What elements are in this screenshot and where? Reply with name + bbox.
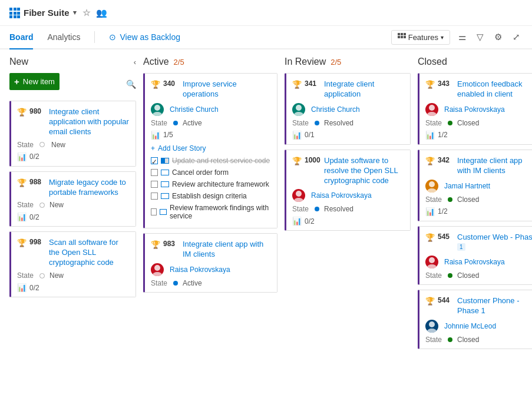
column-count-active: 2/5 — [174, 58, 184, 67]
filter-icon[interactable]: ▽ — [474, 29, 486, 45]
card-983: 🏆 983 Integrate client app with IM clien… — [143, 233, 277, 293]
card-343-header: 🏆 343 Emoticon feedback enabled in clien… — [425, 79, 532, 99]
card-343-assignee: Raisa Pokrovskaya — [425, 103, 532, 116]
card-983-state-row: State Active — [151, 279, 271, 287]
svg-rect-11 — [404, 33, 406, 35]
card-title-341[interactable]: Integrate client application — [324, 79, 404, 99]
new-item-button[interactable]: + New item — [9, 73, 60, 90]
svg-rect-0 — [9, 8, 12, 11]
card-title-980[interactable]: Integrate client application with popula… — [49, 107, 130, 137]
checkbox-3[interactable] — [151, 181, 158, 188]
card-544-state-row: State Closed — [425, 336, 532, 344]
card-id-988: 988 — [29, 178, 46, 186]
trophy-icon-980: 🏆 — [17, 108, 27, 117]
story-title-5[interactable]: Review framework findings with service — [170, 204, 271, 220]
story-title-1[interactable]: Update and retest service code — [172, 157, 270, 165]
state-value-980: New — [51, 141, 65, 149]
story-title-2[interactable]: Cancel order form — [172, 168, 229, 177]
state-value-342: Closed — [457, 195, 479, 204]
state-label-1000: State — [292, 205, 310, 213]
trophy-icon-988: 🏆 — [17, 178, 27, 187]
story-bar-2 — [161, 170, 169, 175]
column-count-inreview: 2/5 — [331, 58, 341, 67]
card-544-header: 🏆 544 Customer Phone - Phase 1 — [425, 296, 532, 316]
trophy-icon-983: 🏆 — [151, 240, 160, 249]
tab-analytics[interactable]: Analytics — [47, 26, 80, 48]
column-header-inreview: In Review 2/5 — [285, 57, 411, 67]
card-title-983[interactable]: Integrate client app with IM clients — [183, 240, 271, 260]
svg-point-15 — [154, 105, 160, 111]
app-chevron-icon[interactable]: ▾ — [73, 9, 77, 16]
expand-icon[interactable]: ⤢ — [510, 29, 523, 45]
card-340-assignee: Christie Church — [151, 103, 271, 116]
card-title-998[interactable]: Scan all software for the Open SLL crypt… — [49, 238, 130, 268]
card-342-progress: 📊 1/2 — [425, 207, 532, 216]
story-title-4[interactable]: Establish design criteria — [172, 192, 247, 200]
column-header-active: Active 2/5 — [143, 57, 277, 67]
svg-rect-9 — [398, 33, 400, 35]
features-button[interactable]: Features ▾ — [391, 30, 450, 45]
svg-point-27 — [429, 257, 435, 263]
app-logo[interactable]: Fiber Suite ▾ ☆ 👥 — [9, 8, 107, 18]
story-item-4: Establish design criteria — [151, 190, 271, 202]
card-title-343[interactable]: Emoticon feedback enabled in client — [457, 79, 532, 99]
state-dot-545 — [448, 273, 452, 278]
progress-value-988: 0/2 — [29, 213, 39, 221]
app-person-icon[interactable]: 👥 — [96, 8, 107, 18]
state-value-545: Closed — [457, 271, 479, 280]
card-id-545: 545 — [438, 233, 454, 241]
tab-board[interactable]: Board — [9, 26, 33, 49]
story-bar-5 — [160, 209, 167, 215]
svg-rect-6 — [9, 15, 12, 18]
state-label-545: State — [425, 271, 443, 280]
progress-value-980: 0/2 — [29, 152, 39, 161]
column-header-new: New ‹ — [9, 57, 136, 67]
tuning-icon[interactable]: ⚌ — [456, 29, 468, 45]
add-user-story-btn[interactable]: + Add User Story — [151, 144, 271, 152]
card-title-340[interactable]: Improve service operations — [183, 79, 271, 99]
search-button[interactable]: 🔍 — [126, 79, 136, 89]
checkbox-5[interactable] — [151, 208, 157, 215]
card-988-header: 🏆 988 Migrate legacy code to portable fr… — [17, 178, 130, 198]
card-341-state-row: State Resolved — [292, 119, 404, 127]
card-title-1000[interactable]: Update software to resolve the Open SLL … — [324, 156, 404, 186]
card-340-progress: 📊 1/5 — [151, 131, 271, 140]
card-title-545[interactable]: Customer Web - Phase 1 — [457, 233, 532, 253]
avatar-545 — [425, 256, 438, 268]
checkbox-1[interactable]: ✓ — [151, 157, 158, 164]
card-1000-progress: 📊 0/2 — [292, 217, 404, 225]
state-value-988: New — [49, 201, 64, 209]
state-value-544: Closed — [457, 336, 479, 344]
card-340-header: 🏆 340 Improve service operations — [151, 79, 271, 99]
card-id-998: 998 — [29, 238, 46, 246]
card-342-assignee: Jamal Hartnett — [425, 180, 532, 193]
view-as-backlog[interactable]: ⊙ View as Backlog — [109, 32, 180, 42]
collapse-new-icon[interactable]: ‹ — [134, 58, 136, 67]
progress-icon-998: 📊 — [17, 283, 27, 292]
progress-icon-341: 📊 — [292, 131, 302, 140]
app-star-icon[interactable]: ☆ — [82, 8, 90, 18]
card-title-342[interactable]: Integrate client app with IM clients — [457, 156, 532, 176]
column-title-closed: Closed — [418, 57, 447, 67]
checkbox-4[interactable] — [151, 193, 158, 200]
svg-rect-13 — [401, 36, 403, 38]
state-dot-1000 — [315, 207, 319, 211]
column-active: Active 2/5 🏆 340 Improve service operati… — [143, 57, 277, 411]
svg-point-19 — [296, 105, 302, 111]
card-id-340: 340 — [163, 79, 180, 88]
svg-rect-10 — [401, 33, 403, 35]
progress-icon-340: 📊 — [151, 131, 160, 140]
story-item-3: Review architecture framework — [151, 178, 271, 190]
board-area: New ‹ + New item 🔍 🏆 980 Integrate clien… — [0, 49, 532, 418]
nav-divider — [94, 31, 95, 43]
progress-value-343: 1/2 — [438, 131, 448, 139]
card-title-544[interactable]: Customer Phone - Phase 1 — [457, 296, 532, 316]
story-title-3[interactable]: Review architecture framework — [172, 180, 269, 188]
settings-icon[interactable]: ⚙ — [492, 29, 504, 45]
progress-icon-342: 📊 — [425, 207, 435, 216]
checkbox-2[interactable] — [151, 169, 158, 176]
card-title-988[interactable]: Migrate legacy code to portable framewor… — [49, 178, 130, 198]
svg-rect-8 — [17, 15, 20, 18]
progress-value-998: 0/2 — [29, 284, 39, 292]
svg-rect-5 — [17, 12, 20, 15]
